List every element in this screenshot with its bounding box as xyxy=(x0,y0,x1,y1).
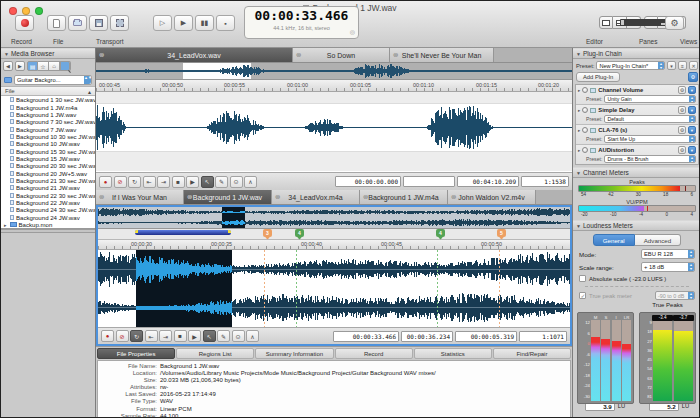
upper-waveform-panel[interactable] xyxy=(96,92,572,172)
record-button[interactable]: ● xyxy=(99,176,112,188)
close-tab-icon[interactable]: ⊗ xyxy=(363,194,368,200)
add-plugin-button[interactable]: Add Plug-In xyxy=(576,72,620,82)
info-tab[interactable]: Summary Information xyxy=(255,348,333,359)
status-field[interactable]: 00:00:00.000 xyxy=(335,176,401,187)
plugin-menu-icon[interactable]: ▾ xyxy=(688,86,696,94)
plugin-power-icon[interactable] xyxy=(582,147,588,153)
info-tab[interactable]: Statistics xyxy=(414,348,492,359)
channel-meters-header[interactable]: ▼Channel Meters xyxy=(573,167,700,178)
loop-button[interactable]: ↻ xyxy=(130,330,143,342)
upper-waveform[interactable] xyxy=(96,104,572,151)
stop-button[interactable]: ▪ xyxy=(216,15,235,31)
true-peak-checkbox[interactable] xyxy=(579,292,586,299)
file-list-item[interactable]: Background 21 30 sec JW.wav xyxy=(1,177,95,184)
upper-timeline-ruler[interactable]: 00:00:4500:00:5000:00:5500:01:0000:01:05… xyxy=(96,80,572,92)
chain-settings-button[interactable]: ⚙ xyxy=(688,72,698,82)
stop-button[interactable]: ■ xyxy=(172,176,185,188)
editor-single-view-button[interactable] xyxy=(599,16,613,29)
file-column-header[interactable]: File▴ xyxy=(1,86,95,96)
document-tab[interactable]: ⊗John Waldon V2.m4v xyxy=(448,190,536,204)
plugin-disclosure-icon[interactable]: ▸ xyxy=(578,108,580,113)
status-field[interactable]: 00:00:36.234 xyxy=(401,331,453,342)
plugin-preset-dropdown[interactable]: Start Me Up xyxy=(604,135,696,143)
pause-button[interactable]: ▮▮ xyxy=(195,15,214,31)
plugin-power-icon[interactable] xyxy=(582,87,588,93)
play-from-start-button[interactable]: ▷ xyxy=(153,15,172,31)
info-tab[interactable]: File Properties xyxy=(97,348,175,359)
forward-button[interactable]: ▶ xyxy=(15,61,25,71)
marker-flag[interactable]: 4 xyxy=(295,229,304,237)
go-to-start-button[interactable]: ⇤ xyxy=(145,330,158,342)
pencil-tool-button[interactable]: ✎ xyxy=(217,330,230,342)
chain-preset-dropdown[interactable]: New Plug-In Chain* xyxy=(596,61,665,70)
file-list-item[interactable]: Background 7 30 sec JW.wav xyxy=(1,118,95,125)
go-to-start-button[interactable]: ⇤ xyxy=(143,176,156,188)
plugin-item[interactable]: ▸ Channel Volume ⚙ ▾ Preset: Unity Gain xyxy=(576,85,698,105)
play-button[interactable]: ▶ xyxy=(174,15,193,31)
event-tool-button[interactable]: ⊙ xyxy=(232,330,245,342)
file-list-item[interactable]: Backup.mon xyxy=(1,221,95,228)
file-list-item[interactable]: Background 10 JW.wav xyxy=(1,140,95,147)
plugin-disclosure-icon[interactable]: ▸ xyxy=(578,88,580,93)
folder-dropdown[interactable]: Guitar Backgro...▲▼ xyxy=(14,75,92,85)
file-list-item[interactable]: Background 20 30 sec JW.wav xyxy=(1,162,95,169)
record-button[interactable] xyxy=(15,15,34,31)
status-field[interactable] xyxy=(403,176,455,187)
time-display-settings-icon[interactable]: ◎ xyxy=(350,29,355,35)
stop-button[interactable]: ■ xyxy=(174,330,187,342)
status-field[interactable]: 1:1538 xyxy=(521,176,569,187)
marker-flag[interactable]: 4 xyxy=(436,229,445,237)
close-tab-icon[interactable]: ⊗ xyxy=(99,52,104,58)
file-list-item[interactable]: Background 22 30 sec JW.wav xyxy=(1,191,95,198)
plugin-menu-icon[interactable]: ▾ xyxy=(688,146,696,154)
upper-overview-strip[interactable] xyxy=(96,63,572,80)
file-list-item[interactable]: Background 15 30 sec JW.wav xyxy=(1,147,95,154)
plugin-settings-icon[interactable]: ⚙ xyxy=(678,86,686,94)
status-field[interactable]: 00:00:05.319 xyxy=(455,331,517,342)
lower-waveform[interactable] xyxy=(98,250,570,327)
close-chain-button[interactable]: ✕ xyxy=(689,61,698,70)
document-tab[interactable]: ⊗34_LeadVox.m4a xyxy=(272,190,360,204)
scale-range-dropdown[interactable]: + 18 dB xyxy=(641,262,695,272)
envelope-tool-button[interactable]: ∧ xyxy=(246,330,259,342)
file-list-item[interactable]: Background 1 30 sec JW.wav xyxy=(1,96,95,103)
file-list-item[interactable]: Background 21 JW.wav xyxy=(1,184,95,191)
file-list-item[interactable]: Background 7 JW.wav xyxy=(1,125,95,132)
save-as-file-button[interactable] xyxy=(110,15,129,31)
marker-flag[interactable]: 5 xyxy=(497,229,506,237)
loudness-tab[interactable]: Advanced xyxy=(635,234,682,246)
loudness-meters-header[interactable]: ▼Loudness Meters xyxy=(573,220,700,231)
media-browser-header[interactable]: ▼Media Browser xyxy=(1,48,95,59)
close-tab-icon[interactable]: ⊗ xyxy=(99,194,104,200)
open-file-button[interactable] xyxy=(68,15,87,31)
document-tab[interactable]: ⊗So Down xyxy=(293,48,390,62)
close-tab-icon[interactable]: ⊗ xyxy=(296,52,301,58)
document-tab[interactable]: ⊗Background 1 JW.m4a xyxy=(360,190,448,204)
plugin-preset-dropdown[interactable]: Unity Gain xyxy=(604,95,696,103)
plugin-preset-dropdown[interactable]: Drums - Bit Brush xyxy=(604,155,696,163)
status-field[interactable]: 1:1071 xyxy=(519,331,567,342)
plugin-power-icon[interactable] xyxy=(582,127,588,133)
lower-overview-strip[interactable] xyxy=(98,207,570,229)
manage-preset-button[interactable]: ≡ xyxy=(678,61,687,70)
plugin-disclosure-icon[interactable]: ▸ xyxy=(578,148,580,153)
info-tab[interactable]: Find/Repair xyxy=(493,348,571,359)
save-preset-button[interactable]: ▾ xyxy=(667,61,676,70)
status-field[interactable]: 00:00:33.466 xyxy=(333,331,399,342)
file-list-item[interactable]: Background 20 JW+5.wav xyxy=(1,169,95,176)
time-display[interactable]: 00:00:33.466 44.1 kHz, 16 bit, stereo ◎ xyxy=(244,6,359,39)
go-to-end-button[interactable]: ⇥ xyxy=(157,176,170,188)
plugin-settings-icon[interactable]: ⚙ xyxy=(678,126,686,134)
absolute-scale-checkbox[interactable] xyxy=(579,275,586,282)
go-to-end-button[interactable]: ⇥ xyxy=(159,330,172,342)
mode-dropdown[interactable]: EBU R 128 xyxy=(641,249,695,259)
status-field[interactable]: 00:04:10.209 xyxy=(457,176,519,187)
file-list-item[interactable]: Background 24 JW.wav xyxy=(1,214,95,221)
file-list-item[interactable]: Background 10 30 sec JW.wav xyxy=(1,133,95,140)
search-button[interactable] xyxy=(60,61,71,71)
favorites-button[interactable]: ☆ xyxy=(38,61,49,71)
event-tool-button[interactable]: ⊙ xyxy=(230,176,243,188)
views-gear-button[interactable]: ⚙ xyxy=(665,16,684,30)
document-tab[interactable]: ⊗She'll Never Be Your Man xyxy=(390,48,494,62)
record-arm-button[interactable]: ⊘ xyxy=(114,176,127,188)
